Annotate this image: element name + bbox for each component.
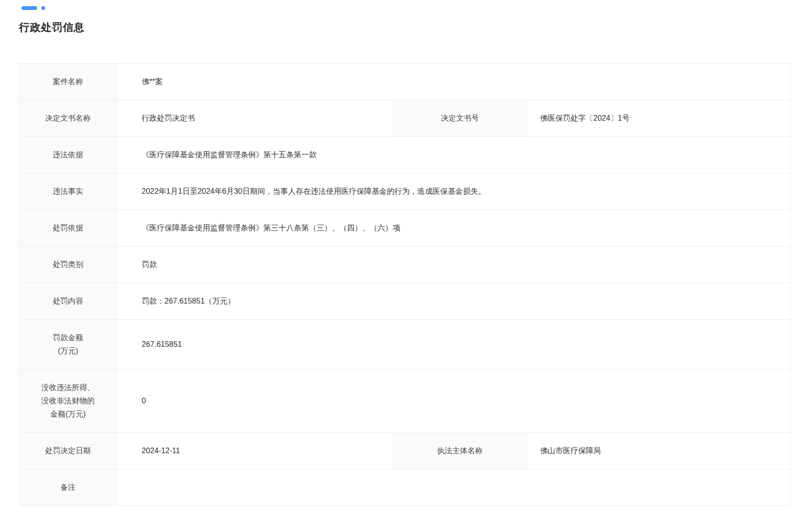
row-value: 0 [117, 370, 790, 432]
table-row-penalty-content: 处罚内容 罚款：267.615851（万元） [19, 283, 790, 320]
row-label: 处罚决定日期 [19, 433, 117, 469]
row-label-secondary: 执法主体名称 [394, 433, 527, 469]
row-value: 罚款：267.615851（万元） [117, 283, 790, 319]
penalty-info-table: 案件名称 佛**案 决定文书名称 行政处罚决定书 决定文书号 佛医保罚处字〔20… [19, 63, 791, 506]
row-label: 备注 [19, 469, 117, 505]
row-value: 行政处罚决定书 [117, 100, 394, 136]
table-row-violation-basis: 违法依据 《医疗保障基金使用监督管理条例》第十五条第一款 [19, 137, 790, 173]
table-row-violation-facts: 违法事实 2022年1月1日至2024年6月30日期间，当事人存在违法使用医疗保… [19, 173, 790, 210]
row-value: 267.615851 [117, 320, 790, 369]
table-row-case-name: 案件名称 佛**案 [19, 64, 790, 100]
row-label: 违法事实 [19, 173, 117, 210]
row-value-secondary: 佛山市医疗保障局 [527, 433, 790, 469]
row-value: 《医疗保障基金使用监督管理条例》第十五条第一款 [117, 137, 790, 173]
page-title: 行政处罚信息 [19, 21, 812, 34]
row-value: 佛**案 [117, 64, 790, 100]
row-value: 《医疗保障基金使用监督管理条例》第三十八条第（三）、（四）、（六）项 [117, 210, 790, 246]
row-value: 罚款 [117, 247, 790, 283]
row-value: 2022年1月1日至2024年6月30日期间，当事人存在违法使用医疗保障基金的行… [117, 173, 790, 210]
penalty-info-page: 行政处罚信息 案件名称 佛**案 决定文书名称 行政处罚决定书 决定文书号 佛医… [0, 0, 812, 515]
table-row-penalty-basis: 处罚依据 《医疗保障基金使用监督管理条例》第三十八条第（三）、（四）、（六）项 [19, 210, 790, 247]
table-row-penalty-category: 处罚类别 罚款 [19, 247, 790, 283]
row-label: 罚款金额 (万元) [19, 320, 117, 369]
row-value: 2024-12-11 [117, 433, 394, 469]
row-value-secondary: 佛医保罚处字〔2024〕1号 [527, 100, 790, 136]
title-dot-icon [41, 6, 45, 10]
table-row-decision-document: 决定文书名称 行政处罚决定书 决定文书号 佛医保罚处字〔2024〕1号 [19, 100, 790, 137]
row-label: 案件名称 [19, 64, 117, 100]
table-row-fine-amount: 罚款金额 (万元) 267.615851 [19, 320, 790, 370]
title-dash-icon [21, 6, 37, 10]
row-label-secondary: 决定文书号 [394, 100, 527, 136]
title-decoration [21, 6, 812, 10]
row-label: 决定文书名称 [19, 100, 117, 136]
row-label: 处罚依据 [19, 210, 117, 246]
row-label: 没收违法所得、 没收非法财物的 金额(万元) [19, 370, 117, 432]
row-label: 处罚类别 [19, 247, 117, 283]
table-row-remarks: 备注 [19, 469, 790, 505]
table-row-confiscation-amount: 没收违法所得、 没收非法财物的 金额(万元) 0 [19, 370, 790, 433]
row-value [117, 469, 790, 505]
row-label: 处罚内容 [19, 283, 117, 319]
table-row-decision-date: 处罚决定日期 2024-12-11 执法主体名称 佛山市医疗保障局 [19, 433, 790, 469]
row-label: 违法依据 [19, 137, 117, 173]
